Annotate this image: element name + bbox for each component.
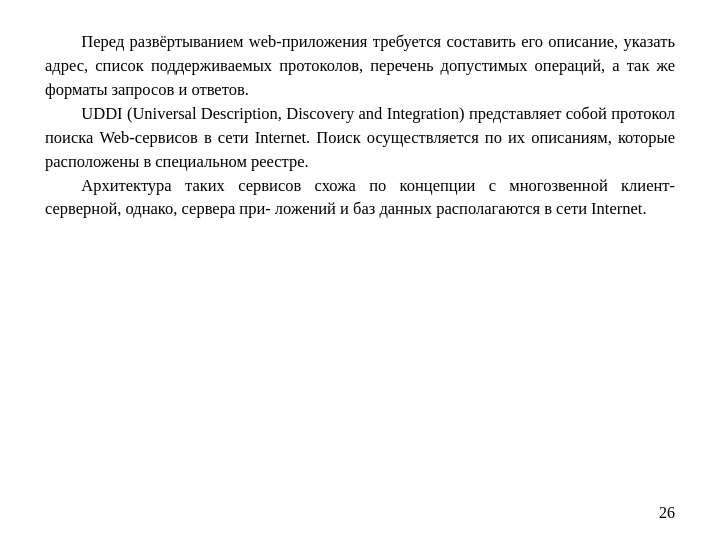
paragraph-3: Архитектура таких сервисов схожа по конц…	[45, 174, 675, 222]
text-content: Перед развёртыванием web-приложения треб…	[45, 30, 675, 221]
paragraph-1: Перед развёртыванием web-приложения треб…	[45, 30, 675, 102]
indent-3	[45, 174, 81, 198]
paragraph-2: UDDI (Universal Description, Discovery a…	[45, 102, 675, 174]
paragraph-3-text: Архитектура таких сервисов схожа по конц…	[45, 176, 675, 219]
indent-1	[45, 30, 81, 54]
page-number: 26	[659, 504, 675, 522]
page-container: Перед развёртыванием web-приложения треб…	[0, 0, 720, 540]
paragraph-1-text: Перед развёртыванием web-приложения треб…	[45, 32, 675, 99]
indent-2	[45, 102, 81, 126]
paragraph-2-text: UDDI (Universal Description, Discovery a…	[45, 104, 675, 171]
